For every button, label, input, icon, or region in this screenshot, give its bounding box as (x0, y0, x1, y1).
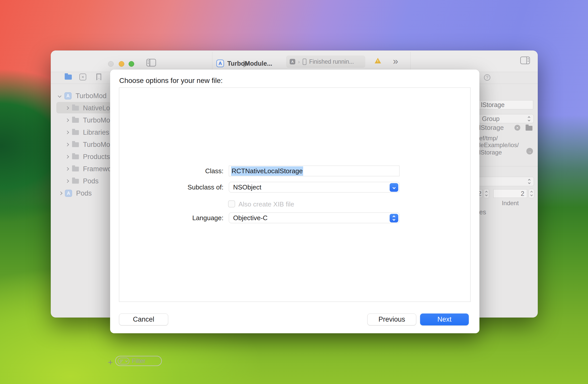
sidebar-item-frameworks[interactable]: Framewo (66, 163, 112, 175)
language-value: Objective-C (233, 214, 268, 222)
window-toolbar: A TurboModule... A › Finished runnin... … (51, 50, 538, 72)
iphone-icon (303, 59, 306, 65)
folder-icon (72, 179, 79, 184)
language-label: Language: (110, 213, 223, 223)
recent-files-tab-icon[interactable]: ✕ (79, 74, 86, 80)
path-line: lStorage (479, 149, 502, 156)
folder-icon (72, 106, 79, 111)
inspector-header-divider (479, 84, 538, 84)
navigator-tabs-divider (51, 84, 111, 84)
subclass-label: Subclass of: (110, 182, 223, 193)
choose-folder-icon[interactable] (526, 126, 532, 131)
class-label: Class: (110, 166, 223, 176)
sidebar-item-label: NativeLo (83, 104, 110, 112)
disclosure-right-icon[interactable] (59, 191, 62, 195)
app-store-icon: A (216, 60, 224, 67)
options-preview-box (119, 88, 471, 302)
disclosure-right-icon[interactable] (65, 155, 69, 159)
project-navigator-tab-icon[interactable] (65, 75, 72, 80)
disclosure-right-icon[interactable] (65, 106, 69, 110)
sidebar-item-label: TurboMo (83, 116, 110, 124)
type-value: Group (482, 115, 499, 123)
indent-width-value: 2 (521, 190, 524, 197)
subclass-value: NSObject (233, 183, 261, 191)
language-popup[interactable]: Objective-C (229, 213, 400, 223)
next-button[interactable]: Next (420, 313, 469, 325)
xcode-project-icon: A (64, 92, 72, 99)
folder-icon (72, 142, 79, 147)
indent-label: Indent (493, 200, 527, 206)
new-file-options-dialog: Choose options for your new file: Class:… (110, 69, 479, 333)
previous-button[interactable]: Previous (367, 313, 416, 325)
status-text: Finished runnin... (309, 58, 354, 65)
sidebar-item-pods-project[interactable]: A Pods (59, 187, 92, 199)
disclosure-right-icon[interactable] (65, 143, 69, 146)
sidebar-item-pods-folder[interactable]: Pods (66, 175, 99, 187)
dialog-title: Choose options for your new file: (119, 77, 223, 85)
cancel-button[interactable]: Cancel (119, 313, 168, 325)
scheme-selector[interactable]: A TurboModule... (216, 60, 272, 67)
disclosure-right-icon[interactable] (65, 131, 69, 134)
filter-icon (118, 358, 129, 364)
disclosure-right-icon[interactable] (65, 179, 69, 183)
sidebar-item-label: Libraries (83, 129, 109, 136)
toolbar-divider (410, 52, 411, 70)
folder-icon (72, 154, 79, 159)
sidebar-item-libraries[interactable]: Libraries (66, 127, 109, 138)
sidebar-item-label: Pods (83, 177, 99, 185)
open-in-finder-icon[interactable]: → (526, 148, 533, 154)
disclosure-right-icon[interactable] (65, 118, 69, 122)
warning-icon[interactable]: ! (375, 58, 381, 63)
overflow-chevrons-icon[interactable]: » (393, 56, 398, 67)
disclosure-right-icon[interactable] (65, 167, 69, 171)
sidebar-item-label: Pods (76, 189, 92, 197)
app-icon: A (290, 59, 295, 64)
scheme-name: TurboModule... (227, 60, 272, 67)
popup-updown-icon[interactable] (390, 214, 398, 222)
class-value-selected-text: RCTNativeLocalStorage (231, 166, 303, 176)
close-button[interactable] (108, 61, 114, 67)
folder-icon (72, 118, 79, 123)
chevron-separator-icon: › (298, 59, 300, 65)
xib-checkbox[interactable] (228, 200, 235, 207)
sidebar-item-turbomod-project[interactable]: A TurboMod (58, 90, 107, 102)
tab-width-stepper[interactable] (483, 189, 489, 198)
sidebar-item-label: Products (83, 153, 110, 161)
file-name-field[interactable]: lStorage (478, 100, 533, 109)
help-icon[interactable]: ? (484, 74, 490, 81)
indent-width-field[interactable]: 2 (493, 189, 527, 198)
activity-status-pill[interactable]: A › Finished runnin... (286, 56, 365, 68)
location-value: lStorage (479, 124, 504, 131)
toggle-right-inspector-icon[interactable] (520, 57, 530, 64)
sidebar-item-turbomodule2[interactable]: TurboMo (66, 139, 110, 150)
inspector-section-divider (479, 166, 538, 166)
subclass-combobox[interactable]: NSObject (229, 182, 400, 193)
toolbar-divider (212, 52, 212, 70)
sidebar-item-turbomodule[interactable]: TurboMo (66, 114, 110, 126)
disclosure-down-icon[interactable] (58, 94, 61, 98)
xcode-project-icon: A (65, 190, 72, 197)
zoom-button[interactable] (129, 61, 134, 67)
add-button[interactable]: + (108, 357, 113, 367)
path-line: ef/tmp/ (479, 135, 498, 142)
path-line: leExample/ios/ (479, 142, 519, 148)
sidebar-item-products[interactable]: Products (66, 151, 110, 163)
spaces-label-partial: es (479, 209, 486, 216)
folder-icon (72, 130, 79, 135)
text-settings-popup[interactable] (478, 177, 534, 186)
popup-chevrons-icon (528, 179, 530, 184)
clear-location-icon[interactable]: ✕ (514, 125, 520, 131)
bookmark-tab-icon[interactable] (96, 74, 101, 80)
sidebar-item-label: TurboMod (76, 92, 107, 100)
indent-width-stepper[interactable] (529, 189, 534, 198)
class-input[interactable]: RCTNativeLocalStorage (229, 166, 400, 176)
type-popup[interactable]: Group (478, 114, 534, 123)
minimize-button[interactable] (119, 61, 124, 67)
filter-input[interactable]: Filter (115, 356, 162, 366)
sidebar-item-label: TurboMo (83, 141, 110, 149)
filter-placeholder: Filter (132, 357, 145, 364)
popup-chevrons-icon (528, 117, 530, 121)
toggle-left-sidebar-icon[interactable] (146, 59, 156, 66)
sidebar-item-nativelocalstorage[interactable]: NativeLo (66, 102, 110, 114)
combobox-chevron-icon[interactable] (390, 183, 398, 192)
